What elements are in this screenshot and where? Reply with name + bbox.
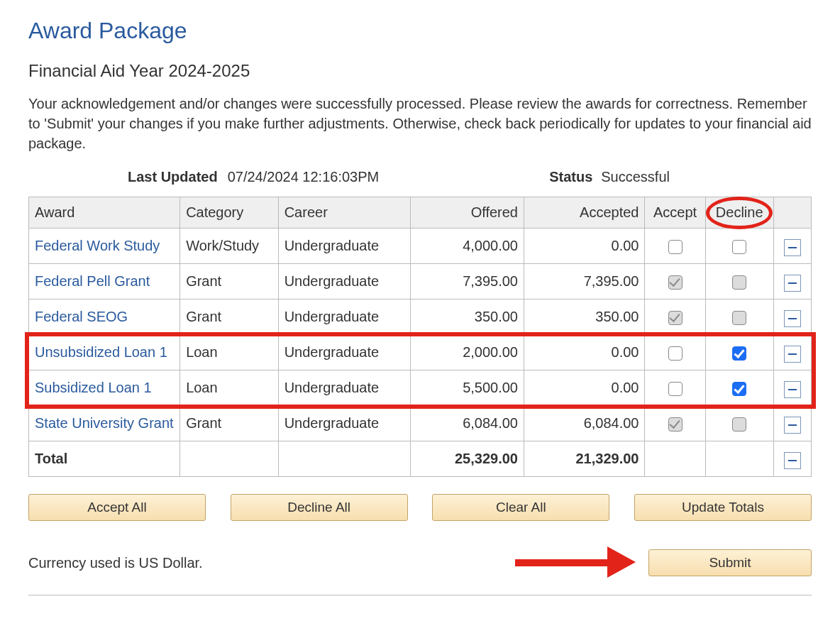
- table-row: Unsubsidized Loan 1LoanUndergraduate2,00…: [29, 335, 812, 370]
- accept-checkbox: [668, 417, 682, 432]
- award-link[interactable]: Unsubsidized Loan 1: [35, 344, 167, 360]
- intro-message: Your acknowledgement and/or changes were…: [28, 94, 812, 153]
- cell-offered: 2,000.00: [411, 335, 524, 370]
- cell-accepted: 0.00: [524, 229, 645, 264]
- last-updated-label: Last Updated: [28, 169, 218, 185]
- page-title: Award Package: [28, 18, 812, 44]
- decline-checkbox: [732, 275, 746, 290]
- cell-category: Grant: [180, 406, 279, 441]
- award-link[interactable]: Federal Work Study: [35, 238, 160, 253]
- accept-checkbox[interactable]: [668, 382, 682, 396]
- award-link[interactable]: Subsidized Loan 1: [35, 380, 152, 395]
- col-accepted: Accepted: [524, 197, 645, 229]
- collapse-icon[interactable]: [784, 346, 801, 363]
- cell-category: Work/Study: [180, 229, 279, 264]
- col-expand: [773, 197, 811, 229]
- cell-career: Undergraduate: [278, 335, 410, 370]
- update-totals-button[interactable]: Update Totals: [634, 494, 812, 521]
- collapse-icon[interactable]: [784, 275, 801, 292]
- total-label: Total: [29, 441, 180, 477]
- submit-button[interactable]: Submit: [648, 549, 812, 576]
- cell-career: Undergraduate: [278, 299, 410, 335]
- collapse-icon[interactable]: [784, 381, 801, 398]
- cell-offered: 5,500.00: [411, 370, 524, 406]
- accept-checkbox[interactable]: [668, 346, 682, 361]
- total-offered: 25,329.00: [411, 441, 524, 477]
- col-career: Career: [278, 197, 410, 229]
- col-offered: Offered: [411, 197, 524, 229]
- cell-career: Undergraduate: [278, 406, 410, 441]
- currency-note: Currency used is US Dollar.: [28, 555, 203, 571]
- decline-all-button[interactable]: Decline All: [231, 494, 408, 521]
- collapse-icon[interactable]: [784, 417, 801, 434]
- decline-checkbox: [732, 417, 746, 432]
- award-link[interactable]: Federal Pell Grant: [35, 273, 150, 289]
- cell-career: Undergraduate: [278, 229, 410, 264]
- col-decline: Decline: [705, 197, 773, 229]
- collapse-icon[interactable]: [784, 452, 801, 469]
- aid-year-subtitle: Financial Aid Year 2024-2025: [28, 61, 812, 81]
- decline-checkbox[interactable]: [732, 240, 746, 254]
- table-row: Federal Work StudyWork/StudyUndergraduat…: [29, 229, 812, 264]
- cell-offered: 7,395.00: [411, 264, 524, 299]
- table-row: Subsidized Loan 1LoanUndergraduate5,500.…: [29, 370, 812, 406]
- status-row: Last Updated 07/24/2024 12:16:03PM Statu…: [28, 169, 812, 185]
- total-accepted: 21,329.00: [524, 441, 645, 477]
- table-row: Federal SEOGGrantUndergraduate350.00350.…: [29, 299, 812, 335]
- decline-checkbox[interactable]: [732, 346, 746, 361]
- decline-checkbox[interactable]: [732, 382, 746, 396]
- table-row: Federal Pell GrantGrantUndergraduate7,39…: [29, 264, 812, 299]
- cell-offered: 350.00: [411, 299, 524, 335]
- status-label: Status: [549, 169, 592, 185]
- cell-category: Loan: [180, 370, 279, 406]
- total-row: Total25,329.0021,329.00: [29, 441, 812, 477]
- col-accept: Accept: [645, 197, 705, 229]
- accept-checkbox: [668, 311, 682, 325]
- col-category: Category: [180, 197, 279, 229]
- collapse-icon[interactable]: [784, 310, 801, 327]
- award-link[interactable]: State University Grant: [35, 415, 174, 431]
- collapse-icon[interactable]: [784, 239, 801, 256]
- cell-accepted: 0.00: [524, 335, 645, 370]
- cell-accepted: 7,395.00: [524, 264, 645, 299]
- awards-table: Award Category Career Offered Accepted A…: [28, 197, 812, 477]
- accept-checkbox[interactable]: [668, 240, 682, 254]
- last-updated-value: 07/24/2024 12:16:03PM: [228, 169, 380, 185]
- cell-accepted: 6,084.00: [524, 406, 645, 441]
- table-row: State University GrantGrantUndergraduate…: [29, 406, 812, 441]
- cell-category: Loan: [180, 335, 279, 370]
- award-link[interactable]: Federal SEOG: [35, 309, 128, 324]
- accept-all-button[interactable]: Accept All: [28, 494, 206, 521]
- cell-offered: 4,000.00: [411, 229, 524, 264]
- cell-career: Undergraduate: [278, 370, 410, 406]
- cell-accepted: 0.00: [524, 370, 645, 406]
- col-award: Award: [29, 197, 180, 229]
- cell-accepted: 350.00: [524, 299, 645, 335]
- cell-category: Grant: [180, 264, 279, 299]
- cell-category: Grant: [180, 299, 279, 335]
- status-value: Successful: [601, 169, 670, 185]
- cell-offered: 6,084.00: [411, 406, 524, 441]
- decline-checkbox: [732, 311, 746, 325]
- clear-all-button[interactable]: Clear All: [432, 494, 609, 521]
- divider: [28, 595, 812, 595]
- accept-checkbox: [668, 275, 682, 290]
- cell-career: Undergraduate: [278, 264, 410, 299]
